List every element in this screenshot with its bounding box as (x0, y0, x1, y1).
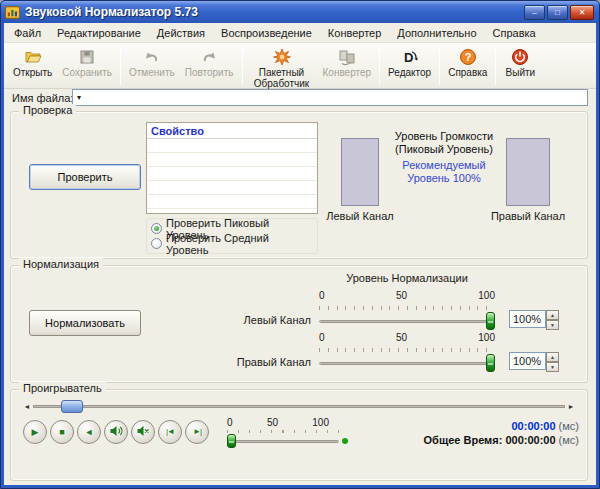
slider-groove[interactable] (227, 440, 339, 443)
volume-end-dot (342, 438, 348, 444)
slider-handle[interactable] (486, 354, 495, 372)
property-table-header[interactable]: Свойство (147, 123, 317, 139)
toolbar: Открыть Сохранить (4, 43, 596, 89)
radio-button-icon[interactable] (151, 223, 162, 234)
filename-combobox[interactable]: ▾ (72, 89, 588, 106)
next-button[interactable]: ►| (185, 420, 209, 444)
current-time-display: 00:00:00 (мс) (512, 420, 580, 432)
menu-help[interactable]: Справка (485, 23, 544, 43)
total-time-value: 000:00:00 (505, 434, 555, 446)
volume-slider-handle[interactable] (227, 434, 236, 448)
open-button-label: Открыть (13, 67, 52, 78)
menu-edit[interactable]: Редактирование (49, 23, 149, 43)
filename-input[interactable] (87, 90, 585, 105)
total-time-unit: (мс) (559, 434, 579, 446)
left-channel-value[interactable]: 100% (509, 310, 546, 328)
scale-0: 0 (319, 290, 325, 301)
scale-100: 100 (478, 290, 495, 301)
stop-button[interactable]: ■ (50, 420, 74, 444)
table-row (147, 195, 317, 209)
chevron-down-icon[interactable]: ▾ (77, 91, 81, 105)
open-folder-icon (24, 47, 42, 66)
rewind-icon: ◄ (85, 428, 94, 437)
batch-processor-button[interactable]: Пакетный Обработчик (246, 45, 318, 90)
toolbar-separator (242, 48, 243, 85)
client-area: Файл Редактирование Действия Воспроизвед… (4, 23, 596, 485)
menu-file[interactable]: Файл (6, 23, 49, 43)
play-button[interactable]: ▶ (23, 420, 47, 444)
check-button[interactable]: Проверить (29, 164, 141, 190)
undo-button-label: Отменить (129, 67, 175, 78)
menu-playback[interactable]: Воспроизведение (213, 23, 320, 43)
maximize-button[interactable]: □ (547, 5, 568, 20)
toolbar-separator (495, 48, 496, 85)
table-row (147, 139, 317, 153)
rewind-button[interactable]: ◄ (77, 420, 101, 444)
right-channel-value[interactable]: 100% (509, 352, 546, 370)
slider-handle[interactable] (486, 312, 495, 330)
track-right-arrow-icon[interactable]: ► (565, 399, 577, 415)
speaker-muted-icon (136, 424, 150, 440)
converter-button-label: Конвертер (323, 67, 372, 78)
spin-up-icon[interactable]: ▲ (546, 352, 559, 362)
editor-button[interactable]: D Редактор (383, 45, 436, 79)
trackbar-groove[interactable] (33, 405, 565, 408)
menu-extra[interactable]: Дополнительно (389, 23, 484, 43)
redo-button-label: Повторить (185, 67, 234, 78)
previous-button[interactable]: |◄ (158, 420, 182, 444)
volume-slider[interactable] (227, 434, 339, 448)
batch-star-icon (273, 47, 291, 66)
converter-button: Конвертер (318, 45, 377, 79)
exit-power-icon (511, 47, 529, 66)
mute-button[interactable] (131, 420, 155, 444)
filename-label: Имя файла: (12, 92, 73, 104)
left-channel-slider-label: Левый Канал (181, 314, 311, 326)
volume-button[interactable] (104, 420, 128, 444)
open-button[interactable]: Открыть (8, 45, 57, 79)
playback-position-trackbar[interactable]: ◄ ► (21, 399, 577, 415)
app-icon (5, 5, 20, 20)
left-channel-meter (341, 138, 379, 206)
menu-bar: Файл Редактирование Действия Воспроизвед… (4, 23, 596, 43)
previous-icon: |◄ (166, 428, 174, 436)
toolbar-separator (379, 48, 380, 85)
title-bar: Звуковой Нормализатор 5.73 – □ ✕ (1, 1, 599, 23)
radio-average-level[interactable]: Проверить Средний Уровень (151, 236, 313, 251)
close-button[interactable]: ✕ (570, 5, 594, 20)
spin-down-icon[interactable]: ▼ (546, 362, 559, 372)
exit-button[interactable]: Выйти (499, 45, 541, 79)
menu-converter[interactable]: Конвертер (320, 23, 389, 43)
spin-up-icon[interactable]: ▲ (546, 310, 559, 320)
left-channel-slider[interactable] (319, 312, 495, 330)
menu-actions[interactable]: Действия (149, 23, 213, 43)
check-group: Проверка Проверить Свойство Проверить Пи… (10, 111, 588, 259)
help-button[interactable]: ? Справка (443, 45, 492, 79)
minimize-button[interactable]: – (524, 5, 545, 20)
play-icon: ▶ (32, 428, 39, 437)
normalize-button[interactable]: Нормализовать (29, 310, 141, 336)
speaker-icon (109, 424, 123, 440)
scale-50: 50 (267, 417, 278, 428)
next-icon: ►| (193, 428, 201, 436)
redo-arrow-icon (200, 47, 218, 66)
track-left-arrow-icon[interactable]: ◄ (21, 399, 33, 415)
volume-level-title: Уровень Громкости (Пиковый Уровень) (383, 130, 505, 156)
radio-button-icon[interactable] (151, 238, 162, 249)
current-time-value: 00:00:00 (512, 420, 556, 432)
table-row (147, 153, 317, 167)
right-slider-ticks (319, 348, 495, 352)
slider-groove[interactable] (319, 362, 495, 365)
table-row (147, 167, 317, 181)
undo-arrow-icon (143, 47, 161, 66)
property-table: Свойство (146, 122, 318, 214)
spin-down-icon[interactable]: ▼ (546, 320, 559, 330)
editor-icon: D (401, 47, 419, 66)
right-channel-slider[interactable] (319, 354, 495, 372)
scale-0: 0 (227, 417, 233, 428)
slider-groove[interactable] (319, 320, 495, 323)
left-slider-scale: 0 50 100 (319, 290, 495, 301)
total-time-display: Общее Время: 000:00:00 (мс) (424, 434, 579, 446)
converter-icon (338, 47, 356, 66)
trackbar-thumb[interactable] (61, 400, 83, 413)
scale-50: 50 (396, 290, 407, 301)
